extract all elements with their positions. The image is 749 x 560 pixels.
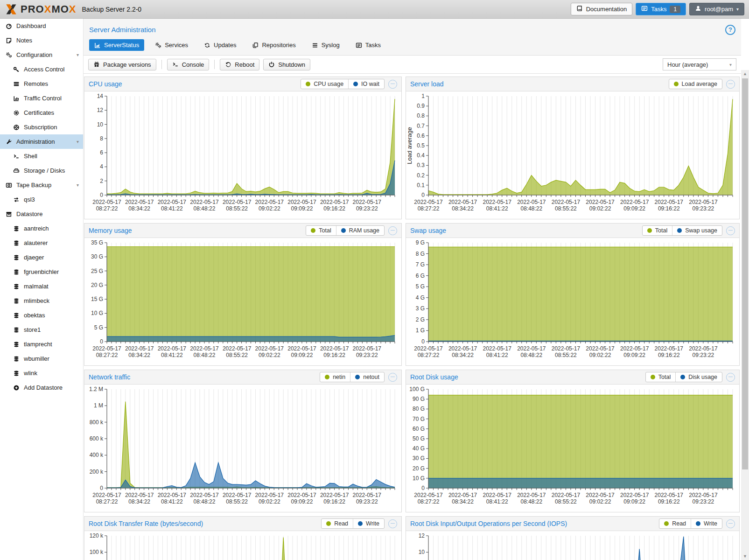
svg-text:4: 4 xyxy=(100,163,103,170)
tab-services[interactable]: Services xyxy=(150,39,193,51)
documentation-button[interactable]: Documentation xyxy=(571,3,632,15)
svg-text:2022-05-17: 2022-05-17 xyxy=(92,492,121,498)
tab-updates[interactable]: Updates xyxy=(199,39,241,51)
legend-item-total[interactable]: Total xyxy=(643,226,672,235)
legend-item-cpu-usage[interactable]: CPU usage xyxy=(301,79,348,89)
collapse-panel-icon[interactable] xyxy=(726,373,735,382)
sidebar-item-add-datastore[interactable]: Add Datastore xyxy=(0,380,83,395)
collapse-panel-icon[interactable] xyxy=(726,226,735,235)
legend-item-disk-usage[interactable]: Disk usage xyxy=(675,372,722,382)
collapse-panel-icon[interactable] xyxy=(388,373,397,382)
sidebar-item-configuration[interactable]: Configuration▾ xyxy=(0,48,83,62)
sidebar-item-aantreich[interactable]: aantreich xyxy=(0,221,83,236)
svg-text:2022-05-17: 2022-05-17 xyxy=(223,492,252,498)
sidebar-item-certificates[interactable]: Certificates xyxy=(0,105,83,120)
legend-item-ram-usage[interactable]: RAM usage xyxy=(336,226,384,235)
legend-item-read[interactable]: Read xyxy=(322,519,353,528)
sidebar-item-notes[interactable]: Notes xyxy=(0,33,83,48)
panel-root-disk-usage: Root Disk usageTotalDisk usage010 G20 G3… xyxy=(406,370,740,512)
tab-label: ServerStatus xyxy=(104,42,139,49)
scrollbar-thumb[interactable] xyxy=(742,78,748,469)
sidebar-item-shell[interactable]: Shell xyxy=(0,149,83,163)
svg-text:09:23:22: 09:23:22 xyxy=(693,352,714,358)
sidebar-item-obektas[interactable]: obektas xyxy=(0,308,83,322)
legend-item-netin[interactable]: netin xyxy=(320,372,350,382)
collapse-panel-icon[interactable] xyxy=(726,519,735,528)
svg-text:09:09:22: 09:09:22 xyxy=(291,498,313,505)
legend-item-total[interactable]: Total xyxy=(306,226,336,235)
vertical-scrollbar[interactable]: ▲ ▼ xyxy=(741,70,749,560)
svg-text:2022-05-17: 2022-05-17 xyxy=(158,492,187,498)
sidebar-item-traffic-control[interactable]: Traffic Control xyxy=(0,91,83,105)
sidebar-item-label: wbumiller xyxy=(24,355,49,362)
tab-syslog[interactable]: Syslog xyxy=(307,39,345,51)
sidebar-item-administration[interactable]: Administration▾ xyxy=(0,134,83,149)
tab-repositories[interactable]: Repositories xyxy=(247,39,301,51)
time-range-select[interactable]: Hour (average)▾ xyxy=(663,58,736,70)
legend-item-load-average[interactable]: Load average xyxy=(669,79,722,89)
sidebar-item-dashboard[interactable]: Dashboard xyxy=(0,19,83,33)
user-menu-button[interactable]: root@pam ▾ xyxy=(689,3,744,15)
svg-text:08:34:22: 08:34:22 xyxy=(128,352,150,358)
legend-item-write[interactable]: Write xyxy=(353,519,384,528)
panel-title: CPU usage xyxy=(89,80,122,88)
svg-text:2022-05-17: 2022-05-17 xyxy=(483,345,512,352)
tab-tasks[interactable]: Tasks xyxy=(350,39,386,51)
user-label: root@pam xyxy=(705,6,733,13)
sidebar-item-mlimbeck[interactable]: mlimbeck xyxy=(0,294,83,308)
sidebar-item-access-control[interactable]: Access Control xyxy=(0,62,83,77)
collapse-panel-icon[interactable] xyxy=(388,226,397,235)
toolbar-separator xyxy=(161,60,162,69)
svg-text:200 k: 200 k xyxy=(90,469,104,475)
sidebar-item-malmalat[interactable]: malmalat xyxy=(0,279,83,294)
sidebar-item-storage-disks[interactable]: Storage / Disks xyxy=(0,163,83,178)
scroll-down-icon[interactable]: ▼ xyxy=(741,553,749,560)
svg-text:2022-05-17: 2022-05-17 xyxy=(483,492,512,498)
legend-item-swap-usage[interactable]: Swap usage xyxy=(672,226,722,235)
svg-text:50 G: 50 G xyxy=(413,435,425,442)
svg-text:12: 12 xyxy=(419,532,425,539)
sidebar-item-wbumiller[interactable]: wbumiller xyxy=(0,351,83,366)
sidebar-item-label: Storage / Disks xyxy=(24,167,65,174)
console-button[interactable]: Console xyxy=(167,59,210,70)
tasks-button[interactable]: Tasks 1 xyxy=(636,3,686,15)
legend-item-total[interactable]: Total xyxy=(646,372,675,382)
sidebar-item-tlamprecht[interactable]: tlamprecht xyxy=(0,337,83,351)
package-versions-button[interactable]: Package versions xyxy=(88,59,156,70)
sidebar-item-wlink[interactable]: wlink xyxy=(0,366,83,380)
legend-item-netout[interactable]: netout xyxy=(350,372,384,382)
collapse-panel-icon[interactable] xyxy=(726,80,735,89)
legend-item-io-wait[interactable]: IO wait xyxy=(348,79,384,89)
sidebar-item-qsl3[interactable]: qsl3 xyxy=(0,192,83,207)
collapse-panel-icon[interactable] xyxy=(388,80,397,89)
help-button[interactable]: ? xyxy=(725,25,735,35)
tab-serverstatus[interactable]: ServerStatus xyxy=(89,39,144,51)
svg-text:08:27:22: 08:27:22 xyxy=(96,352,118,358)
sidebar-item-fgruenbichler[interactable]: fgruenbichler xyxy=(0,265,83,279)
reboot-button[interactable]: Reboot xyxy=(220,59,259,70)
sidebar-item-datastore[interactable]: Datastore xyxy=(0,207,83,221)
svg-text:09:02:22: 09:02:22 xyxy=(259,352,280,358)
chart-cpu-usage: 024681012142022-05-1708:27:222022-05-170… xyxy=(84,91,401,219)
svg-text:09:23:22: 09:23:22 xyxy=(693,205,714,212)
sidebar-item-subscription[interactable]: Subscription xyxy=(0,120,83,134)
proxmox-logo: PROXMOX xyxy=(5,3,77,16)
sidebar-item-remotes[interactable]: Remotes xyxy=(0,77,83,91)
scroll-up-icon[interactable]: ▲ xyxy=(741,70,749,77)
svg-text:2022-05-17: 2022-05-17 xyxy=(655,345,684,352)
charts-grid: CPU usageCPU usageIO wait024681012142022… xyxy=(84,74,741,560)
shutdown-button[interactable]: Shutdown xyxy=(263,59,310,70)
panel-cpu-usage: CPU usageCPU usageIO wait024681012142022… xyxy=(84,77,402,219)
svg-text:09:16:22: 09:16:22 xyxy=(658,352,680,358)
sidebar-item-store1[interactable]: store1 xyxy=(0,322,83,337)
sidebar-item-alauterer[interactable]: alauterer xyxy=(0,236,83,250)
collapse-panel-icon[interactable] xyxy=(388,519,397,528)
svg-text:08:41:22: 08:41:22 xyxy=(161,498,183,505)
legend-item-write[interactable]: Write xyxy=(691,519,722,528)
svg-text:08:27:22: 08:27:22 xyxy=(418,352,440,358)
sidebar-item-djaeger[interactable]: djaeger xyxy=(0,250,83,265)
sidebar-item-tape-backup[interactable]: Tape Backup▾ xyxy=(0,178,83,192)
legend-item-read[interactable]: Read xyxy=(659,519,691,528)
svg-text:2022-05-17: 2022-05-17 xyxy=(320,199,349,205)
svg-text:09:23:22: 09:23:22 xyxy=(693,498,714,505)
